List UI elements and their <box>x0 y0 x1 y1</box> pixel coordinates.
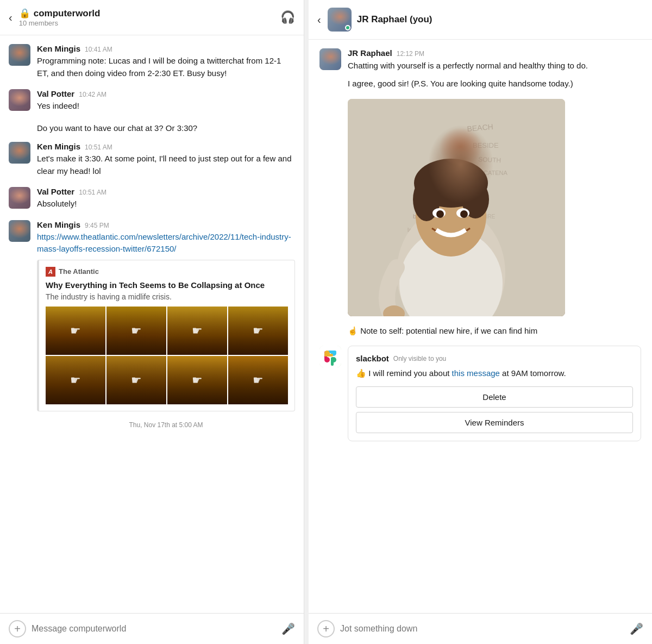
svg-rect-31 <box>324 354 333 357</box>
online-status-dot <box>345 25 350 30</box>
panel-divider <box>304 0 309 644</box>
date-separator: Thu, Nov 17th at 5:00 AM <box>37 421 295 429</box>
svg-text:RAL: RAL <box>467 226 480 234</box>
add-attachment-button[interactable]: + <box>9 620 26 637</box>
svg-rect-13 <box>437 227 465 254</box>
message-text: Absolutely! <box>37 198 295 210</box>
left-panel: ‹ 🔒 computerworld 10 members 🎧 Ken Mingi… <box>0 0 304 644</box>
preview-source: A The Atlantic <box>46 267 288 277</box>
svg-point-12 <box>399 229 503 316</box>
message-meta: Ken Mingis 10:41 AM <box>37 44 295 53</box>
source-name: The Atlantic <box>59 267 99 276</box>
slackbot-body: slackbot Only visible to you 👍 I will re… <box>348 346 641 441</box>
svg-text:AX: AX <box>456 183 465 190</box>
messages-area: Ken Mingis 10:41 AM Programming note: Lu… <box>0 35 304 613</box>
dm-back-button[interactable]: ‹ <box>317 14 321 26</box>
visibility-label: Only visible to you <box>393 355 446 362</box>
message-text: Programming note: Lucas and I will be do… <box>37 55 295 79</box>
reminder-text-after: at 9AM tomorrow. <box>500 368 566 378</box>
timestamp: 10:51 AM <box>85 143 112 151</box>
dm-add-button[interactable]: + <box>317 620 335 637</box>
slackbot-avatar <box>319 346 341 367</box>
message-text: Let's make it 3:30. At some point, I'll … <box>37 153 295 177</box>
photo-message: BEACH BESIDE SOUTH CATENA AX IL SHIRE RA… <box>348 99 641 316</box>
sender-name: Ken Mingis <box>37 142 80 151</box>
message-row: Ken Mingis 9:45 PM https://www.theatlant… <box>9 220 295 412</box>
svg-point-11 <box>397 208 505 316</box>
channel-info: 🔒 computerworld 10 members <box>19 8 280 27</box>
person-svg: BEACH BESIDE SOUTH CATENA AX IL SHIRE RA… <box>348 99 565 316</box>
svg-text:SOUTH: SOUTH <box>478 155 501 164</box>
svg-rect-0 <box>348 99 565 316</box>
svg-point-18 <box>432 208 446 218</box>
preview-title: Why Everything in Tech Seems to Be Colla… <box>46 280 288 291</box>
message-row: Ken Mingis 10:41 AM Programming note: Lu… <box>9 44 295 79</box>
message-input[interactable] <box>32 624 276 634</box>
svg-point-16 <box>413 178 440 221</box>
avatar <box>9 220 30 242</box>
channel-name: 🔒 computerworld <box>19 8 280 19</box>
message-meta: Val Potter 10:42 AM <box>37 89 295 98</box>
message-row: Val Potter 10:42 AM Yes indeed! <box>9 89 295 112</box>
right-panel: ‹ JR Raphael (you) JR Raphael 12:12 PM C… <box>309 0 652 644</box>
delete-button[interactable]: Delete <box>356 386 633 408</box>
atlantic-logo-icon: A <box>46 267 55 277</box>
headphones-icon[interactable]: 🎧 <box>280 10 295 24</box>
timestamp: 12:12 PM <box>397 50 424 58</box>
slackbot-reminder-text: 👍 I will remind you about this message a… <box>356 367 633 380</box>
slackbot-message: slackbot Only visible to you 👍 I will re… <box>319 346 641 441</box>
sender-name: Ken Mingis <box>37 44 80 53</box>
preview-description: The industry is having a midlife crisis. <box>46 292 288 301</box>
preview-image-cell <box>46 307 105 355</box>
message-meta: JR Raphael 12:12 PM <box>348 48 641 58</box>
timestamp: 10:42 AM <box>79 91 106 98</box>
message-row: Ken Mingis 10:51 AM Let's make it 3:30. … <box>9 142 295 177</box>
preview-image-cell <box>46 356 105 404</box>
preview-image-cell <box>228 356 288 404</box>
svg-point-14 <box>416 175 486 257</box>
link-preview: A The Atlantic Why Everything in Tech Se… <box>37 260 295 412</box>
svg-text:IL SHIRE: IL SHIRE <box>473 214 496 220</box>
message-meta: Ken Mingis 9:45 PM <box>37 220 295 229</box>
preview-image-cell <box>106 307 166 355</box>
note-message: ☝ Note to self: potential new hire, if w… <box>348 325 641 337</box>
avatar <box>9 44 30 66</box>
message-text: Yes indeed! <box>37 100 295 112</box>
view-reminders-button[interactable]: View Reminders <box>356 412 633 433</box>
back-button[interactable]: ‹ <box>9 11 12 24</box>
dm-name: JR Raphael (you) <box>357 14 432 25</box>
article-link[interactable]: https://www.theatlantic.com/newsletters/… <box>37 232 291 254</box>
preview-image-cell <box>228 307 288 355</box>
continuation-message: Do you want to have our chat at 3? Or 3:… <box>37 122 295 135</box>
dm-message-input[interactable] <box>340 624 624 634</box>
message-meta: Ken Mingis 10:51 AM <box>37 142 295 151</box>
svg-point-19 <box>456 208 469 218</box>
person-photo-img: BEACH BESIDE SOUTH CATENA AX IL SHIRE RA… <box>348 99 565 316</box>
lock-icon: 🔒 <box>19 8 30 19</box>
slackbot-logo-icon <box>319 346 341 367</box>
dm-messages-area: JR Raphael 12:12 PM Chatting with yourse… <box>309 40 652 613</box>
dm-avatar-container <box>328 8 352 32</box>
message-row: Val Potter 10:51 AM Absolutely! <box>9 187 295 210</box>
svg-point-21 <box>460 210 468 218</box>
preview-image-cell <box>106 356 166 404</box>
dm-microphone-icon[interactable]: 🎤 <box>630 622 643 635</box>
message-body: Ken Mingis 10:51 AM Let's make it 3:30. … <box>37 142 295 177</box>
avatar <box>9 89 30 111</box>
dm-message-body: JR Raphael 12:12 PM Chatting with yourse… <box>348 48 641 90</box>
dm-header: ‹ JR Raphael (you) <box>309 0 652 40</box>
microphone-icon[interactable]: 🎤 <box>281 622 295 635</box>
this-message-link[interactable]: this message <box>452 368 500 378</box>
channel-members: 10 members <box>19 19 280 27</box>
timestamp: 10:41 AM <box>85 46 112 53</box>
svg-rect-29 <box>331 357 334 366</box>
sender-name: JR Raphael <box>348 48 392 58</box>
svg-text:BESIDE: BESIDE <box>473 141 499 149</box>
svg-text:BEACH: BEACH <box>467 122 493 133</box>
person-photo: BEACH BESIDE SOUTH CATENA AX IL SHIRE RA… <box>348 99 565 316</box>
message-body: Val Potter 10:42 AM Yes indeed! <box>37 89 295 112</box>
message-input-bar: + 🎤 <box>0 613 304 644</box>
svg-point-20 <box>436 210 444 218</box>
message-meta: Val Potter 10:51 AM <box>37 187 295 196</box>
message-text-2: I agree, good sir! (P.S. You are looking… <box>348 77 641 90</box>
